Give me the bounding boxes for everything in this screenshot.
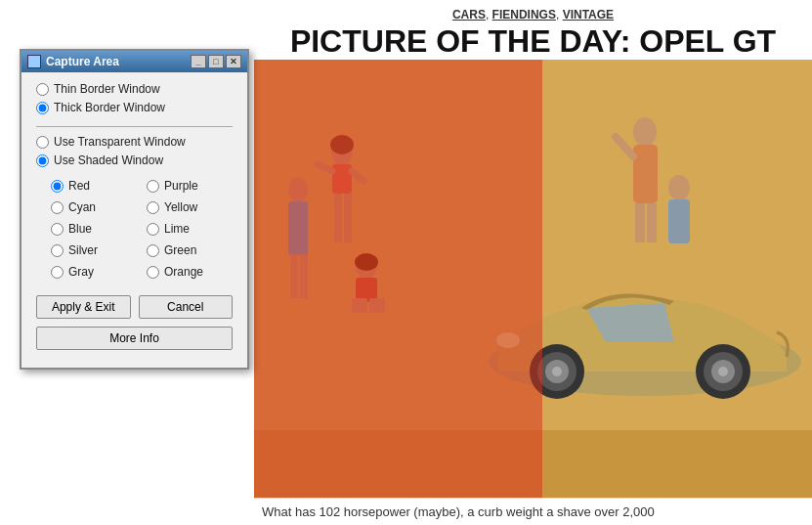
svg-rect-15: [647, 203, 657, 242]
color-lime-label: Lime: [164, 222, 190, 236]
transparent-window-radio[interactable]: [36, 136, 49, 149]
page-header: CARS, FIENDINGS, VINTAGE PICTURE OF THE …: [254, 0, 812, 60]
thin-border-radio[interactable]: [36, 83, 49, 96]
color-green-radio[interactable]: [147, 244, 159, 257]
color-silver-row: Silver: [51, 243, 137, 257]
dialog-body: Thin Border Window Thick Border Window U…: [21, 72, 247, 368]
close-button[interactable]: ✕: [226, 55, 241, 68]
thick-border-label: Thick Border Window: [54, 101, 165, 114]
color-red-radio[interactable]: [51, 180, 64, 193]
color-purple-radio[interactable]: [147, 180, 159, 193]
transparent-window-row: Use Transparent Window: [36, 135, 233, 149]
color-green-label: Green: [164, 243, 196, 257]
color-orange-radio[interactable]: [147, 266, 159, 279]
color-orange-row: Orange: [147, 265, 233, 279]
color-cyan-row: Cyan: [51, 200, 137, 214]
car-image-area: [254, 59, 812, 518]
dialog-icon: [27, 55, 41, 68]
window-type-group: Use Transparent Window Use Shaded Window: [36, 135, 233, 167]
color-red-row: Red: [51, 179, 137, 193]
color-orange-label: Orange: [164, 265, 203, 279]
color-yellow-label: Yellow: [164, 200, 197, 214]
cancel-button[interactable]: Cancel: [139, 295, 234, 319]
dialog-action-buttons: Apply & Exit Cancel: [36, 295, 233, 319]
color-silver-label: Silver: [68, 243, 98, 257]
dialog-title: Capture Area: [46, 55, 119, 68]
apply-exit-button[interactable]: Apply & Exit: [36, 295, 131, 319]
color-blue-row: Blue: [51, 222, 137, 236]
svg-point-6: [552, 367, 562, 376]
maximize-button[interactable]: □: [208, 55, 224, 68]
color-purple-label: Purple: [164, 179, 198, 193]
breadcrumb-vintage[interactable]: VINTAGE: [563, 8, 614, 22]
color-purple-row: Purple: [147, 179, 233, 193]
color-gray-radio[interactable]: [51, 266, 64, 279]
color-silver-radio[interactable]: [51, 244, 64, 257]
color-cyan-label: Cyan: [68, 200, 96, 214]
shaded-window-radio[interactable]: [36, 154, 49, 167]
color-yellow-row: Yellow: [147, 200, 233, 214]
svg-rect-35: [254, 59, 542, 518]
shaded-window-row: Use Shaded Window: [36, 153, 233, 167]
breadcrumb-cars[interactable]: CARS: [452, 8, 486, 22]
dialog-titlebar: Capture Area _ □ ✕: [21, 51, 247, 72]
color-blue-label: Blue: [68, 222, 92, 236]
minimize-button[interactable]: _: [191, 55, 206, 68]
thin-border-label: Thin Border Window: [54, 82, 160, 96]
color-blue-radio[interactable]: [51, 223, 64, 236]
color-options-grid: Red Purple Cyan Yellow Blue Lime: [36, 179, 233, 284]
page-title: PICTURE OF THE DAY: OPEL GT: [254, 23, 812, 60]
titlebar-left: Capture Area: [27, 55, 119, 68]
caption-text: What has 102 horsepower (maybe), a curb …: [262, 504, 655, 519]
thick-border-row: Thick Border Window: [36, 101, 233, 114]
color-yellow-radio[interactable]: [147, 201, 159, 214]
svg-rect-13: [633, 145, 658, 203]
breadcrumb-fiendings[interactable]: FIENDINGS: [492, 8, 556, 22]
color-lime-radio[interactable]: [147, 223, 159, 236]
thick-border-radio[interactable]: [36, 102, 49, 114]
transparent-window-label: Use Transparent Window: [54, 135, 186, 149]
more-info-button[interactable]: More Info: [36, 327, 233, 350]
color-green-row: Green: [147, 243, 233, 257]
titlebar-buttons: _ □ ✕: [191, 55, 241, 68]
svg-point-17: [668, 175, 690, 200]
svg-rect-18: [668, 199, 690, 243]
separator-1: [36, 126, 233, 127]
svg-point-12: [633, 117, 657, 147]
breadcrumb: CARS, FIENDINGS, VINTAGE: [254, 8, 812, 22]
color-gray-label: Gray: [68, 265, 94, 279]
caption-bar: What has 102 horsepower (maybe), a curb …: [254, 498, 812, 525]
color-gray-row: Gray: [51, 265, 137, 279]
shaded-window-label: Use Shaded Window: [54, 153, 163, 167]
capture-area-dialog: Capture Area _ □ ✕ Thin Border Window Th…: [20, 49, 249, 370]
color-lime-row: Lime: [147, 222, 233, 236]
border-options-group: Thin Border Window Thick Border Window: [36, 82, 233, 114]
color-red-label: Red: [68, 179, 90, 193]
svg-point-10: [718, 367, 728, 376]
svg-rect-14: [635, 203, 645, 242]
color-cyan-radio[interactable]: [51, 201, 64, 214]
thin-border-row: Thin Border Window: [36, 82, 233, 96]
